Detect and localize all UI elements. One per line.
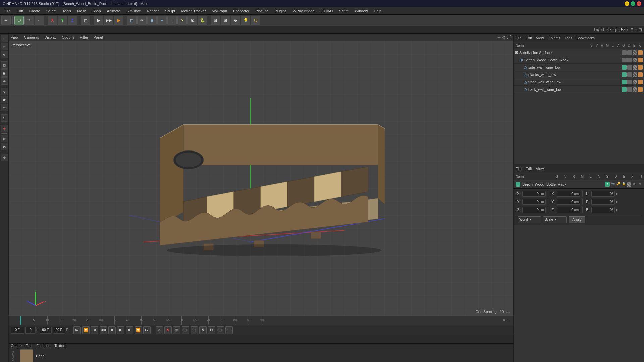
bulb-button[interactable]: 💡 bbox=[241, 16, 250, 25]
go-start-button[interactable]: ⏮ bbox=[73, 326, 81, 334]
start-frame-field[interactable]: 0 F bbox=[11, 327, 24, 334]
attr-icon-checker[interactable] bbox=[627, 182, 631, 187]
obj-menu-tags[interactable]: Tags bbox=[565, 36, 572, 40]
menu-select[interactable]: Select bbox=[44, 8, 59, 14]
stop-button[interactable]: ■ bbox=[108, 326, 116, 334]
attr-icon-camera[interactable]: 📷 bbox=[610, 182, 615, 187]
vis-m-sub[interactable] bbox=[638, 50, 643, 55]
cube-button[interactable]: ◻ bbox=[81, 16, 90, 25]
attr-menu-edit[interactable]: Edit bbox=[526, 167, 532, 171]
maximize-button[interactable]: □ bbox=[631, 1, 635, 6]
menu-pipeline[interactable]: Pipeline bbox=[253, 8, 271, 14]
scale-tool-button[interactable]: ⇔ bbox=[1, 43, 8, 50]
menu-window[interactable]: Window bbox=[352, 8, 370, 14]
workplane-button[interactable]: ○ bbox=[35, 16, 44, 25]
menu-create[interactable]: Create bbox=[26, 8, 43, 14]
menu-script[interactable]: Script bbox=[336, 8, 351, 14]
vis-v-sub[interactable] bbox=[627, 50, 632, 55]
python-button[interactable]: 🐍 bbox=[198, 16, 207, 25]
obj-menu-bookmarks[interactable]: Bookmarks bbox=[576, 36, 595, 40]
mograph-button[interactable]: ✦ bbox=[157, 16, 167, 25]
menu-file[interactable]: File bbox=[2, 8, 13, 14]
mat-menu-edit[interactable]: Edit bbox=[26, 344, 32, 348]
menu-mesh[interactable]: Mesh bbox=[74, 8, 89, 14]
layout-icon-2[interactable]: ≡ bbox=[635, 27, 637, 32]
sweep-button[interactable]: ⊕ bbox=[147, 16, 157, 25]
vis-s-sw[interactable] bbox=[622, 65, 627, 70]
vp-menu-filter[interactable]: Filter bbox=[80, 35, 88, 39]
attr-icon-s[interactable]: S bbox=[605, 182, 610, 187]
next-key-button[interactable]: ⏩ bbox=[135, 326, 142, 334]
menu-character[interactable]: Character bbox=[230, 8, 252, 14]
menu-edit[interactable]: Edit bbox=[14, 8, 26, 14]
obj-row-planks[interactable]: △ planks_wine_low bbox=[514, 71, 644, 78]
camera-button[interactable]: ◉ bbox=[187, 16, 197, 25]
next-frame-button[interactable]: ▶ bbox=[126, 326, 133, 334]
material-thumbnail[interactable] bbox=[20, 349, 33, 362]
coord-h-arrow[interactable]: ▶ bbox=[616, 192, 618, 195]
settings-button[interactable]: ⚙ bbox=[231, 16, 240, 25]
play-forward-button[interactable]: ▶ bbox=[117, 326, 124, 334]
sculpt2-tool-button[interactable]: ⋒ bbox=[1, 143, 8, 150]
menu-plugins[interactable]: Plugins bbox=[272, 8, 289, 14]
render-active-button[interactable]: ▶▶ bbox=[104, 16, 113, 25]
script2-button[interactable]: ⬡ bbox=[251, 16, 260, 25]
vis-r-beech[interactable] bbox=[633, 58, 637, 62]
scale-select[interactable]: Scale ▼ bbox=[543, 216, 567, 223]
mat-menu-texture[interactable]: Texture bbox=[54, 344, 66, 348]
vis-v-fw[interactable] bbox=[627, 80, 632, 84]
prev-key-button[interactable]: ⏪ bbox=[82, 326, 90, 334]
vis-r-fw[interactable] bbox=[633, 80, 637, 84]
coord-x-pos[interactable]: 0 cm bbox=[522, 191, 546, 197]
go-end-button[interactable]: ⏭ bbox=[143, 326, 151, 334]
prev-frame-button[interactable]: ◀ bbox=[91, 326, 98, 334]
vp-menu-cameras[interactable]: Cameras bbox=[24, 35, 39, 39]
vis-s-pl[interactable] bbox=[622, 72, 627, 77]
vp-menu-options[interactable]: Options bbox=[62, 35, 74, 39]
apply-button[interactable]: Apply bbox=[569, 216, 585, 223]
layout-icon-1[interactable]: ⊞ bbox=[630, 27, 634, 32]
model-mode-button[interactable]: ⬡ bbox=[14, 16, 24, 25]
play-reverse-button[interactable]: ◀◀ bbox=[100, 326, 107, 334]
menu-mograph[interactable]: MoGraph bbox=[209, 8, 230, 14]
vis-s-bw[interactable] bbox=[622, 87, 627, 92]
vis-m-fw[interactable] bbox=[638, 80, 643, 84]
close-button[interactable]: ✕ bbox=[637, 1, 641, 6]
undo-button[interactable]: ↩ bbox=[1, 16, 11, 25]
obj-menu-edit[interactable]: Edit bbox=[526, 36, 532, 40]
coord-p-arrow[interactable]: ▶ bbox=[616, 200, 618, 203]
attr-icon-tag[interactable]: ⊠ bbox=[632, 182, 637, 187]
obj-menu-objects[interactable]: Objects bbox=[548, 36, 560, 40]
obj-row-subdivision[interactable]: ⊞ Subdivision Surface bbox=[514, 49, 644, 56]
vis-v-pl[interactable] bbox=[627, 72, 632, 77]
key-rot-button[interactable]: ⊠ bbox=[199, 326, 207, 334]
vis-s-beech[interactable] bbox=[622, 58, 627, 62]
attr-icon-h[interactable]: H bbox=[637, 182, 642, 187]
attribute-selected-row[interactable]: Beech_Wood_Bottle_Rack S 📷 🔑 🔒 ⊠ H bbox=[514, 180, 644, 188]
vp-menu-display[interactable]: Display bbox=[44, 35, 56, 39]
key-settings-button[interactable]: ⋮⋮ bbox=[225, 326, 233, 334]
coord-b-field[interactable]: 0° bbox=[591, 207, 615, 213]
obj-row-beech[interactable]: ◎ Beech_Wood_Bottle_Rack bbox=[514, 56, 644, 64]
vp-icon-settings[interactable]: ⚙ bbox=[502, 35, 506, 40]
polygon-tool-button[interactable]: ⬟ bbox=[1, 96, 8, 103]
vis-v-bw[interactable] bbox=[627, 87, 632, 92]
vis-v-sw[interactable] bbox=[627, 65, 632, 70]
obj-row-backwall[interactable]: △ back_wall_wine_low bbox=[514, 86, 644, 93]
viewport[interactable]: Perspective Grid Spacing : 10 cm Y X Z bbox=[9, 41, 513, 316]
motion-tool-button[interactable]: ⊙ bbox=[1, 154, 8, 161]
rotate-tool-button[interactable]: ↺ bbox=[1, 51, 8, 58]
menu-simulate[interactable]: Simulate bbox=[124, 8, 144, 14]
vis-m-beech[interactable] bbox=[638, 58, 643, 62]
render-button[interactable]: ▶ bbox=[114, 16, 123, 25]
vp-icon-fullscreen[interactable]: ⛶ bbox=[507, 35, 511, 40]
vis-m-bw[interactable] bbox=[638, 87, 643, 92]
vp-menu-panel[interactable]: Panel bbox=[94, 35, 103, 39]
vis-r-sub[interactable] bbox=[633, 50, 637, 55]
key-all-button[interactable]: ⊞ bbox=[182, 326, 189, 334]
floor-button[interactable]: ⊟ bbox=[211, 16, 220, 25]
menu-animate[interactable]: Animate bbox=[104, 8, 123, 14]
move-tool-button[interactable]: ↔ bbox=[1, 35, 8, 42]
coord-z-pos[interactable]: 0 cm bbox=[522, 207, 546, 213]
coord-size-z[interactable]: 0 cm bbox=[557, 207, 580, 213]
